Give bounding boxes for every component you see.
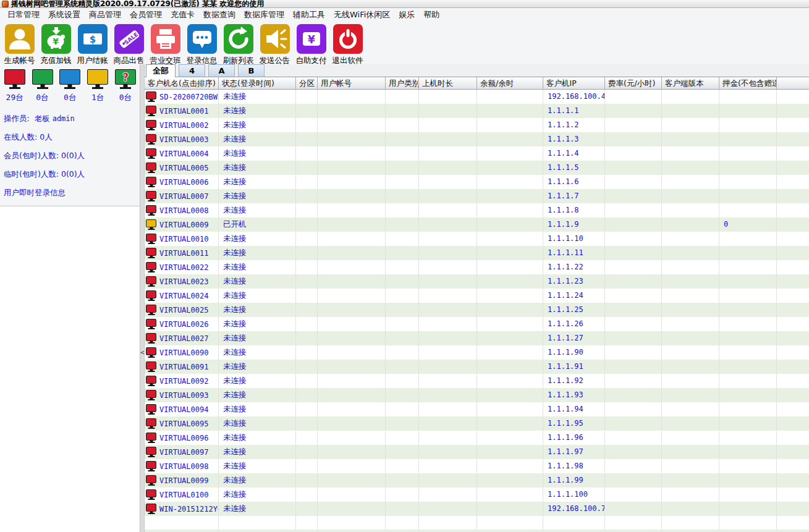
cell-partition <box>296 317 318 331</box>
table-row[interactable]: VIRTUAL0001 未连接 1.1.1.1 <box>145 104 809 118</box>
machine-status-icon <box>146 219 156 227</box>
menu-item[interactable]: 帮助 <box>421 8 441 22</box>
table-row[interactable]: VIRTUAL0026 未连接 1.1.1.26 <box>145 317 809 331</box>
table-row[interactable]: VIRTUAL0006 未连接 1.1.1.6 <box>145 175 809 189</box>
refresh-list-button[interactable]: 刷新列表 <box>220 24 256 64</box>
cell-rate <box>605 416 662 431</box>
machine-status-icon <box>146 333 156 341</box>
table-row[interactable]: VIRTUAL0004 未连接 1.1.1.4 <box>145 146 809 161</box>
member-count: 会员(包时)人数: 0(0)人 <box>4 151 137 161</box>
menu-item[interactable]: 日常管理 <box>6 8 41 22</box>
table-row[interactable]: VIRTUAL0092 未连接 1.1.1.92 <box>145 374 809 388</box>
cell-status: 未连接 <box>219 303 296 317</box>
exit-button[interactable]: 退出软件 <box>329 24 366 64</box>
table-row[interactable]: VIRTUAL0007 未连接 1.1.1.7 <box>145 189 809 203</box>
recharge-button[interactable]: ¥ 充值加钱 <box>38 24 74 64</box>
cell-account <box>318 203 386 217</box>
table-row[interactable]: VIRTUAL0023 未连接 1.1.1.23 <box>145 274 809 289</box>
tab-all[interactable]: 全部 <box>146 64 176 77</box>
table-row[interactable]: VIRTUAL0022 未连接 1.1.1.22 <box>145 260 809 274</box>
cell-ip: 1.1.1.98 <box>543 459 605 473</box>
menu-item[interactable]: 会员管理 <box>128 8 164 22</box>
menu-item[interactable]: 充值卡 <box>169 8 197 22</box>
cell-ip: 1.1.1.9 <box>543 217 605 232</box>
column-header[interactable]: 客户机IP <box>543 77 605 89</box>
tab-a[interactable]: A <box>208 64 235 77</box>
menu-item[interactable]: 娱乐 <box>397 8 417 22</box>
cell-account <box>318 502 386 516</box>
table-row[interactable]: VIRTUAL0096 未连接 1.1.1.96 <box>145 431 809 445</box>
cell-status: 未连接 <box>219 331 296 345</box>
table-row[interactable]: VIRTUAL0011 未连接 1.1.1.11 <box>145 246 809 260</box>
menu-item[interactable]: 无线WiFi休闲区 <box>332 8 392 22</box>
collapse-arrow-icon[interactable]: < <box>140 348 145 357</box>
cell-account <box>318 473 386 488</box>
menu-item[interactable]: 数据查询 <box>201 8 237 22</box>
table-row[interactable]: VIRTUAL0099 未连接 1.1.1.99 <box>145 473 809 488</box>
cell-deposit <box>719 502 777 516</box>
sell-goods-button[interactable]: SALE 商品出售 <box>111 24 147 64</box>
generate-account-button[interactable]: 生成帐号 <box>1 24 38 64</box>
cell-ip: 192.168.100.77 <box>543 502 605 516</box>
cell-client-version <box>662 502 719 516</box>
column-header[interactable]: 客户机名(点击排序) <box>145 77 219 89</box>
cell-ip: 1.1.1.90 <box>543 345 605 360</box>
column-header[interactable]: 客户端版本 <box>662 77 719 89</box>
machine-name: VIRTUAL0011 <box>159 247 208 260</box>
cell-duration <box>419 274 477 289</box>
table-row[interactable]: VIRTUAL0027 未连接 1.1.1.27 <box>145 331 809 345</box>
column-header[interactable]: 余额/余时 <box>477 77 543 89</box>
cell-rate <box>605 203 662 217</box>
table-row[interactable]: VIRTUAL0005 未连接 1.1.1.5 <box>145 161 809 175</box>
login-info-button[interactable]: 登录信息 <box>184 24 220 64</box>
cell-ip: 192.168.100.42 <box>543 90 605 104</box>
cell-user-type <box>386 416 419 431</box>
table-row[interactable]: VIRTUAL0024 未连接 1.1.1.24 <box>145 289 809 303</box>
menu-item[interactable]: 数据库管理 <box>242 8 286 22</box>
tab-b[interactable]: B <box>238 64 265 77</box>
cell-client-version <box>662 345 719 360</box>
cell-partition <box>296 473 318 488</box>
table-row[interactable]: VIRTUAL0003 未连接 1.1.1.3 <box>145 132 809 146</box>
column-header[interactable]: 状态(登录时间) <box>219 77 296 89</box>
table-row[interactable]: VIRTUAL0097 未连接 1.1.1.97 <box>145 445 809 459</box>
column-header[interactable]: 费率(元/小时) <box>605 77 662 89</box>
table-row[interactable]: VIRTUAL0002 未连接 1.1.1.2 <box>145 118 809 132</box>
table-row[interactable]: VIRTUAL0025 未连接 1.1.1.25 <box>145 303 809 317</box>
cell-user-type <box>386 161 419 175</box>
cell-client-version <box>662 274 719 289</box>
send-notice-button[interactable]: 发送公告 <box>256 24 293 64</box>
column-header[interactable]: 上机时长 <box>419 77 477 89</box>
table-row[interactable]: VIRTUAL0090 未连接 1.1.1.90 <box>145 345 809 360</box>
table-row[interactable]: WIN-20151212YQD 未连接 192.168.100.77 <box>145 502 809 516</box>
table-row[interactable]: VIRTUAL0093 未连接 1.1.1.93 <box>145 388 809 402</box>
self-pay-button[interactable]: ¥ 自助支付 <box>293 24 329 64</box>
column-header[interactable]: 分区 <box>296 77 318 89</box>
table-row[interactable]: VIRTUAL0094 未连接 1.1.1.94 <box>145 402 809 416</box>
sidebar-splitter[interactable]: < <box>140 64 145 532</box>
table-row[interactable]: VIRTUAL0010 未连接 1.1.1.10 <box>145 232 809 246</box>
menu-item[interactable]: 商品管理 <box>87 8 123 22</box>
table-row[interactable]: VIRTUAL0098 未连接 1.1.1.98 <box>145 459 809 473</box>
checkout-button[interactable]: $ 用户结账 <box>74 24 111 64</box>
cell-ip: 1.1.1.24 <box>543 289 605 303</box>
menu-item[interactable]: 系统设置 <box>46 8 82 22</box>
cell-deposit <box>719 90 777 104</box>
table-row[interactable]: VIRTUAL0091 未连接 1.1.1.91 <box>145 360 809 374</box>
cell-client-version <box>662 175 719 189</box>
tab-4[interactable]: 4 <box>179 64 205 77</box>
table-row[interactable]: VIRTUAL0009 已开机 1.1.1.9 0 <box>145 217 809 232</box>
column-header[interactable]: 用户类别 <box>386 77 419 89</box>
cell-duration <box>419 260 477 274</box>
cell-rate <box>605 360 662 374</box>
column-header[interactable]: 押金(不包含赠送 <box>719 77 777 89</box>
table-row[interactable]: VIRTUAL0008 未连接 1.1.1.8 <box>145 203 809 217</box>
table-row[interactable]: VIRTUAL0095 未连接 1.1.1.95 <box>145 416 809 431</box>
machine-name: VIRTUAL0092 <box>159 374 208 388</box>
menu-item[interactable]: 辅助工具 <box>291 8 327 22</box>
shift-change-button[interactable]: 营业交班 <box>147 24 184 64</box>
cell-balance <box>477 161 543 175</box>
table-row[interactable]: VIRTUAL0100 未连接 1.1.1.100 <box>145 488 809 502</box>
table-row[interactable]: SD-20200720BWLC 未连接 192.168.100.42 <box>145 90 809 104</box>
column-header[interactable]: 用户帐号 <box>318 77 386 89</box>
